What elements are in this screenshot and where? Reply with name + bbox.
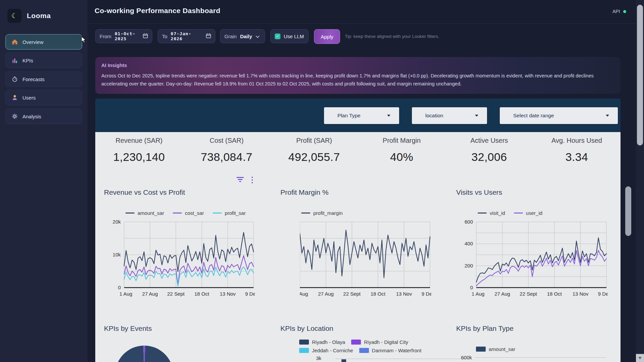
legend-location-row2: Jeddah - Corniche Dammam - Waterfront [299, 348, 421, 353]
plan-axis-tick: 600k [454, 355, 472, 360]
grain-value: Daily [240, 34, 252, 39]
use-llm-toggle[interactable]: ✓ Use LLM [270, 29, 309, 43]
legend-item: profit_sar [213, 210, 246, 216]
kpi-value: 738,084.7 [183, 150, 270, 164]
series-label: Riyadh - Digital City [364, 339, 408, 345]
kpi-revenue: Revenue (SAR)1,230,140 [95, 137, 183, 164]
from-date-field[interactable]: From 01-Oct-2025 [95, 29, 152, 43]
chart-title-plan-type: KPIs by Plan Type [456, 324, 514, 333]
svg-text:27 Aug: 27 Aug [142, 291, 158, 297]
kebab-menu-icon[interactable] [252, 177, 253, 185]
sidebar-item-label: Analysis [22, 114, 41, 119]
dropdown-label: Plan Type [337, 113, 361, 119]
kpi-profit: Profit (SAR)492,055.7 [270, 137, 358, 164]
sidebar-item-label: Users [22, 95, 36, 101]
dropdown-label: location [425, 113, 443, 119]
dropdown-label: Select date range [513, 113, 554, 119]
kpi-profit-margin: Profit Margin40% [358, 137, 445, 164]
svg-text:0: 0 [118, 285, 121, 290]
calendar-icon[interactable] [143, 33, 148, 40]
svg-text:27 Aug: 27 Aug [494, 291, 510, 297]
ai-insights-panel: AI Insights Across Oct to Dec 2025, topl… [95, 57, 621, 94]
svg-text:20k: 20k [113, 220, 121, 225]
legend-revenue-chart: amount_sar cost_sar profit_sar [125, 210, 246, 216]
sidebar-item-users[interactable]: Users [5, 90, 82, 105]
series-swatch [299, 348, 309, 353]
chart-title-location: KPIs by Location [280, 324, 333, 333]
plan-type-dropdown[interactable]: Plan Type [324, 107, 399, 124]
calendar-icon[interactable] [206, 33, 211, 40]
sidebar-item-analysis[interactable]: Analysis [5, 109, 82, 124]
grain-select[interactable]: Grain Daily [220, 29, 265, 43]
kpi-label: Avg. Hours Used [533, 137, 621, 144]
margin-chart-canvas: 1 Aug27 Aug22 Sept18 Oct13 Nov9 Dec [300, 220, 431, 299]
visits-chart-canvas: 60040020001 Aug27 Aug22 Sept18 Oct13 Nov… [463, 220, 608, 299]
series-swatch [173, 213, 182, 214]
series-swatch [125, 213, 135, 214]
scrollbar-thumb[interactable] [637, 5, 643, 145]
legend-item: Dammam - Waterfront [359, 348, 422, 353]
series-swatch [478, 213, 487, 214]
looma-logo-icon: ☾ [7, 9, 21, 23]
location-axis-tick: 3k [302, 355, 321, 361]
svg-text:22 Sept: 22 Sept [167, 291, 185, 297]
svg-text:18 Oct: 18 Oct [547, 291, 562, 297]
legend-location-row1: Riyadh - Olaya Riyadh - Digital City [299, 339, 408, 345]
kpi-value: 492,055.7 [270, 150, 358, 164]
svg-text:1 Aug: 1 Aug [119, 291, 132, 297]
api-status: API [612, 9, 626, 14]
svg-text:10k: 10k [113, 252, 121, 257]
series-swatch [299, 340, 309, 345]
sidebar-item-overview[interactable]: Overview [5, 34, 82, 50]
series-label: cost_sar [185, 210, 204, 216]
scrollbar-down-button[interactable] [636, 354, 644, 362]
brand-name: Looma [27, 12, 51, 20]
series-swatch [213, 213, 222, 214]
legend-item: Riyadh - Digital City [351, 339, 408, 345]
svg-text:18 Oct: 18 Oct [195, 291, 210, 297]
series-label: profit_margin [313, 210, 343, 216]
filter-tip: Tip: keep these aligned with your Looker… [345, 29, 439, 43]
person-icon [12, 95, 18, 101]
checkbox-checked-icon[interactable]: ✓ [275, 34, 280, 39]
to-date-field[interactable]: To 07-Jan-2026 [158, 29, 215, 43]
legend-item: visit_id [478, 210, 505, 216]
svg-text:22 Sept: 22 Sept [520, 291, 537, 297]
plan-gridline [475, 357, 606, 358]
brand: ☾ Looma [7, 9, 51, 23]
chart-title-visits: Visits vs Users [456, 188, 502, 196]
svg-text:1 Aug: 1 Aug [300, 291, 308, 297]
grain-label: Grain [224, 34, 237, 39]
app-root: ☾ Looma Overview KPIs Forecasts Users [0, 0, 644, 362]
chevron-down-icon [256, 33, 260, 39]
dropdown-arrow-icon [387, 115, 390, 117]
legend-item: amount_sar [476, 346, 515, 352]
series-label: amount_sar [489, 346, 515, 352]
location-dropdown[interactable]: location [412, 107, 487, 124]
svg-text:0: 0 [470, 285, 473, 290]
kpi-value: 32,006 [445, 150, 533, 164]
revenue-chart-canvas: 20k10k01 Aug27 Aug22 Sept18 Oct13 Nov9 D… [111, 220, 255, 299]
sidebar-item-kpis[interactable]: KPIs [5, 53, 82, 68]
series-swatch [351, 340, 361, 345]
series-label: user_id [526, 210, 542, 216]
apply-button[interactable]: Apply [314, 29, 340, 44]
dropdown-arrow-icon [475, 115, 478, 117]
svg-text:9 Dec: 9 Dec [245, 291, 255, 297]
legend-plan-type: amount_sar [476, 346, 515, 352]
series-swatch [301, 213, 310, 214]
embed-scrollbar-thumb[interactable] [625, 186, 631, 236]
legend-item: profit_margin [301, 210, 343, 216]
stopwatch-icon [12, 76, 18, 82]
date-range-dropdown[interactable]: Select date range [500, 107, 618, 124]
header-divider [88, 23, 644, 24]
filter-icon[interactable] [236, 177, 244, 183]
kpi-label: Cost (SAR) [183, 137, 270, 144]
api-label: API [612, 9, 620, 14]
sidebar-item-forecasts[interactable]: Forecasts [5, 71, 82, 87]
svg-text:13 Nov: 13 Nov [573, 291, 589, 297]
svg-text:18 Oct: 18 Oct [371, 291, 386, 297]
arrow-down-icon [638, 357, 642, 359]
mouse-cursor [81, 36, 88, 44]
series-label: Dammam - Waterfront [372, 348, 422, 353]
